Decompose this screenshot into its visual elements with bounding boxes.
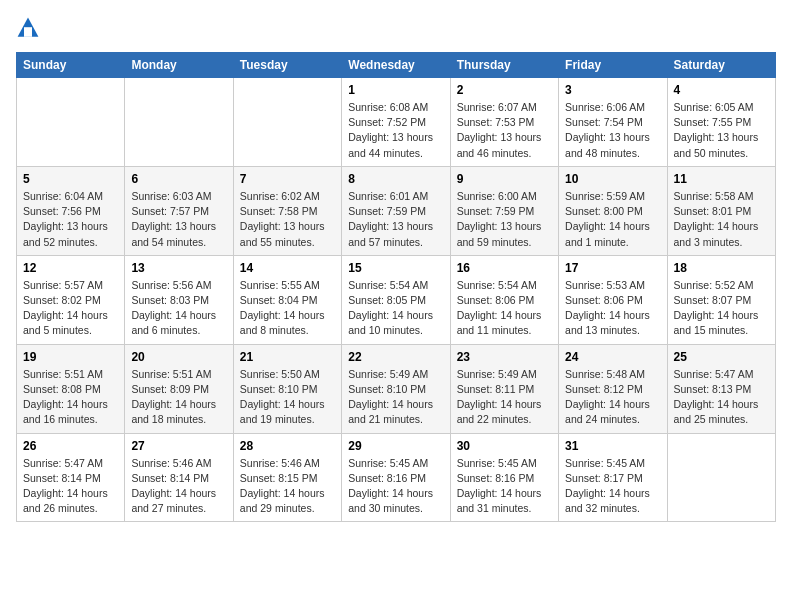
calendar-week-row: 19Sunrise: 5:51 AMSunset: 8:08 PMDayligh… (17, 344, 776, 433)
day-number: 12 (23, 261, 118, 275)
calendar-cell: 10Sunrise: 5:59 AMSunset: 8:00 PMDayligh… (559, 166, 667, 255)
calendar-cell: 2Sunrise: 6:07 AMSunset: 7:53 PMDaylight… (450, 78, 558, 167)
calendar-cell: 6Sunrise: 6:03 AMSunset: 7:57 PMDaylight… (125, 166, 233, 255)
calendar-cell (125, 78, 233, 167)
calendar-cell: 21Sunrise: 5:50 AMSunset: 8:10 PMDayligh… (233, 344, 341, 433)
calendar-cell: 11Sunrise: 5:58 AMSunset: 8:01 PMDayligh… (667, 166, 775, 255)
day-number: 28 (240, 439, 335, 453)
day-number: 11 (674, 172, 769, 186)
day-info: Sunrise: 5:51 AMSunset: 8:08 PMDaylight:… (23, 367, 118, 428)
day-number: 17 (565, 261, 660, 275)
day-number: 7 (240, 172, 335, 186)
day-number: 18 (674, 261, 769, 275)
day-info: Sunrise: 6:01 AMSunset: 7:59 PMDaylight:… (348, 189, 443, 250)
day-number: 21 (240, 350, 335, 364)
calendar-week-row: 26Sunrise: 5:47 AMSunset: 8:14 PMDayligh… (17, 433, 776, 522)
day-number: 22 (348, 350, 443, 364)
day-number: 13 (131, 261, 226, 275)
weekday-header-monday: Monday (125, 53, 233, 78)
day-info: Sunrise: 6:03 AMSunset: 7:57 PMDaylight:… (131, 189, 226, 250)
calendar-cell: 28Sunrise: 5:46 AMSunset: 8:15 PMDayligh… (233, 433, 341, 522)
day-number: 15 (348, 261, 443, 275)
calendar-cell: 29Sunrise: 5:45 AMSunset: 8:16 PMDayligh… (342, 433, 450, 522)
calendar-cell: 30Sunrise: 5:45 AMSunset: 8:16 PMDayligh… (450, 433, 558, 522)
calendar-cell: 23Sunrise: 5:49 AMSunset: 8:11 PMDayligh… (450, 344, 558, 433)
calendar-cell: 25Sunrise: 5:47 AMSunset: 8:13 PMDayligh… (667, 344, 775, 433)
calendar-cell: 24Sunrise: 5:48 AMSunset: 8:12 PMDayligh… (559, 344, 667, 433)
day-info: Sunrise: 5:56 AMSunset: 8:03 PMDaylight:… (131, 278, 226, 339)
day-number: 10 (565, 172, 660, 186)
logo (16, 16, 44, 40)
day-info: Sunrise: 5:57 AMSunset: 8:02 PMDaylight:… (23, 278, 118, 339)
day-info: Sunrise: 6:08 AMSunset: 7:52 PMDaylight:… (348, 100, 443, 161)
day-number: 4 (674, 83, 769, 97)
day-info: Sunrise: 5:45 AMSunset: 8:16 PMDaylight:… (457, 456, 552, 517)
day-info: Sunrise: 6:06 AMSunset: 7:54 PMDaylight:… (565, 100, 660, 161)
calendar-cell (667, 433, 775, 522)
day-number: 27 (131, 439, 226, 453)
calendar-cell: 26Sunrise: 5:47 AMSunset: 8:14 PMDayligh… (17, 433, 125, 522)
calendar-cell (17, 78, 125, 167)
calendar-cell: 13Sunrise: 5:56 AMSunset: 8:03 PMDayligh… (125, 255, 233, 344)
calendar-cell: 5Sunrise: 6:04 AMSunset: 7:56 PMDaylight… (17, 166, 125, 255)
calendar-cell: 17Sunrise: 5:53 AMSunset: 8:06 PMDayligh… (559, 255, 667, 344)
day-number: 9 (457, 172, 552, 186)
day-info: Sunrise: 5:47 AMSunset: 8:13 PMDaylight:… (674, 367, 769, 428)
calendar-header-row: SundayMondayTuesdayWednesdayThursdayFrid… (17, 53, 776, 78)
day-info: Sunrise: 5:52 AMSunset: 8:07 PMDaylight:… (674, 278, 769, 339)
day-number: 8 (348, 172, 443, 186)
calendar-cell: 3Sunrise: 6:06 AMSunset: 7:54 PMDaylight… (559, 78, 667, 167)
calendar-cell: 27Sunrise: 5:46 AMSunset: 8:14 PMDayligh… (125, 433, 233, 522)
calendar-week-row: 1Sunrise: 6:08 AMSunset: 7:52 PMDaylight… (17, 78, 776, 167)
calendar-cell: 4Sunrise: 6:05 AMSunset: 7:55 PMDaylight… (667, 78, 775, 167)
logo-icon (16, 16, 40, 40)
calendar-cell: 12Sunrise: 5:57 AMSunset: 8:02 PMDayligh… (17, 255, 125, 344)
day-number: 31 (565, 439, 660, 453)
day-info: Sunrise: 5:54 AMSunset: 8:05 PMDaylight:… (348, 278, 443, 339)
day-number: 19 (23, 350, 118, 364)
day-info: Sunrise: 5:45 AMSunset: 8:17 PMDaylight:… (565, 456, 660, 517)
calendar-cell: 16Sunrise: 5:54 AMSunset: 8:06 PMDayligh… (450, 255, 558, 344)
day-info: Sunrise: 6:00 AMSunset: 7:59 PMDaylight:… (457, 189, 552, 250)
weekday-header-tuesday: Tuesday (233, 53, 341, 78)
weekday-header-saturday: Saturday (667, 53, 775, 78)
calendar-week-row: 5Sunrise: 6:04 AMSunset: 7:56 PMDaylight… (17, 166, 776, 255)
day-info: Sunrise: 6:05 AMSunset: 7:55 PMDaylight:… (674, 100, 769, 161)
day-info: Sunrise: 5:59 AMSunset: 8:00 PMDaylight:… (565, 189, 660, 250)
day-info: Sunrise: 5:51 AMSunset: 8:09 PMDaylight:… (131, 367, 226, 428)
weekday-header-sunday: Sunday (17, 53, 125, 78)
calendar-cell: 7Sunrise: 6:02 AMSunset: 7:58 PMDaylight… (233, 166, 341, 255)
calendar-cell: 8Sunrise: 6:01 AMSunset: 7:59 PMDaylight… (342, 166, 450, 255)
day-number: 26 (23, 439, 118, 453)
day-info: Sunrise: 5:49 AMSunset: 8:11 PMDaylight:… (457, 367, 552, 428)
day-number: 20 (131, 350, 226, 364)
day-number: 3 (565, 83, 660, 97)
weekday-header-wednesday: Wednesday (342, 53, 450, 78)
weekday-header-thursday: Thursday (450, 53, 558, 78)
day-info: Sunrise: 6:07 AMSunset: 7:53 PMDaylight:… (457, 100, 552, 161)
svg-rect-1 (24, 27, 32, 37)
day-info: Sunrise: 5:46 AMSunset: 8:15 PMDaylight:… (240, 456, 335, 517)
day-number: 5 (23, 172, 118, 186)
calendar-cell: 20Sunrise: 5:51 AMSunset: 8:09 PMDayligh… (125, 344, 233, 433)
day-number: 30 (457, 439, 552, 453)
day-number: 25 (674, 350, 769, 364)
day-info: Sunrise: 5:46 AMSunset: 8:14 PMDaylight:… (131, 456, 226, 517)
calendar-table: SundayMondayTuesdayWednesdayThursdayFrid… (16, 52, 776, 522)
day-number: 24 (565, 350, 660, 364)
day-info: Sunrise: 5:47 AMSunset: 8:14 PMDaylight:… (23, 456, 118, 517)
day-number: 6 (131, 172, 226, 186)
calendar-cell: 31Sunrise: 5:45 AMSunset: 8:17 PMDayligh… (559, 433, 667, 522)
day-number: 14 (240, 261, 335, 275)
page-header (16, 16, 776, 40)
day-info: Sunrise: 5:49 AMSunset: 8:10 PMDaylight:… (348, 367, 443, 428)
day-number: 1 (348, 83, 443, 97)
calendar-cell: 14Sunrise: 5:55 AMSunset: 8:04 PMDayligh… (233, 255, 341, 344)
day-info: Sunrise: 5:53 AMSunset: 8:06 PMDaylight:… (565, 278, 660, 339)
day-info: Sunrise: 5:54 AMSunset: 8:06 PMDaylight:… (457, 278, 552, 339)
weekday-header-friday: Friday (559, 53, 667, 78)
day-info: Sunrise: 6:02 AMSunset: 7:58 PMDaylight:… (240, 189, 335, 250)
calendar-cell: 1Sunrise: 6:08 AMSunset: 7:52 PMDaylight… (342, 78, 450, 167)
day-number: 29 (348, 439, 443, 453)
calendar-cell: 18Sunrise: 5:52 AMSunset: 8:07 PMDayligh… (667, 255, 775, 344)
